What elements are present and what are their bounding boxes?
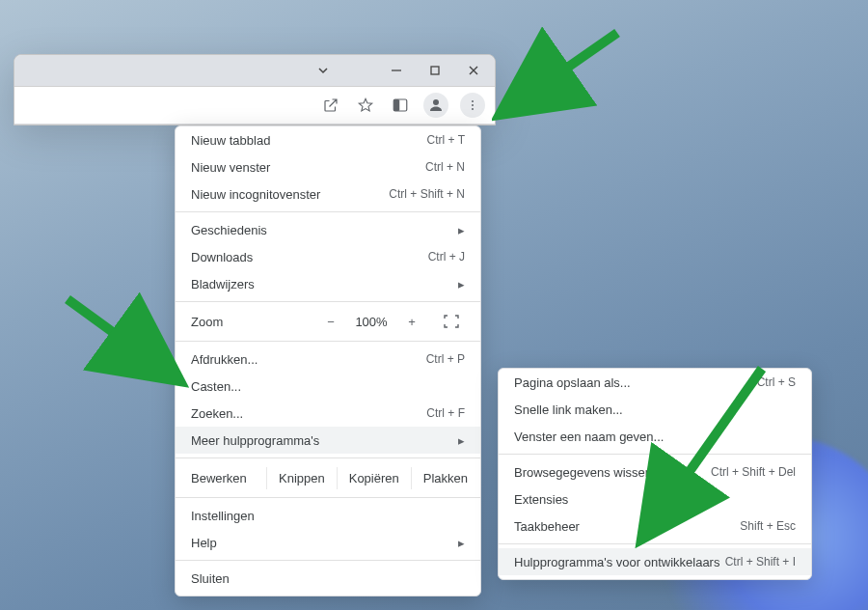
submenu-extensions[interactable]: Extensies bbox=[499, 485, 811, 513]
svg-point-7 bbox=[472, 108, 474, 110]
profile-avatar-icon[interactable] bbox=[423, 93, 448, 118]
submenu-arrow-icon: ▸ bbox=[458, 277, 465, 291]
more-tools-submenu: Pagina opslaan als... Ctrl + S Snelle li… bbox=[498, 368, 812, 580]
menu-label: Nieuw venster bbox=[191, 160, 270, 175]
menu-shortcut: Ctrl + Shift + N bbox=[389, 187, 465, 201]
menu-new-tab[interactable]: Nieuw tabblad Ctrl + T bbox=[176, 126, 480, 153]
submenu-arrow-icon: ▸ bbox=[458, 536, 465, 550]
menu-shortcut: Ctrl + P bbox=[426, 352, 465, 366]
menu-exit[interactable]: Sluiten bbox=[176, 565, 480, 592]
menu-label: Zoom bbox=[191, 315, 307, 329]
menu-shortcut: Ctrl + Shift + I bbox=[725, 555, 796, 568]
menu-label: Downloads bbox=[191, 250, 253, 264]
fullscreen-icon[interactable] bbox=[438, 312, 465, 331]
menu-separator bbox=[176, 301, 480, 302]
menu-separator bbox=[176, 211, 480, 212]
menu-label: Nieuw incognitovenster bbox=[191, 187, 320, 202]
submenu-save-page-as[interactable]: Pagina opslaan als... Ctrl + S bbox=[499, 369, 811, 396]
menu-label: Hulpprogramma's voor ontwikkelaars bbox=[514, 555, 719, 569]
menu-cast[interactable]: Casten... bbox=[176, 373, 480, 400]
menu-downloads[interactable]: Downloads Ctrl + J bbox=[176, 243, 480, 270]
side-panel-icon[interactable] bbox=[389, 94, 412, 117]
share-icon[interactable] bbox=[319, 94, 342, 117]
window-titlebar bbox=[14, 55, 495, 86]
menu-history[interactable]: Geschiedenis ▸ bbox=[176, 216, 480, 243]
edit-paste-button[interactable]: Plakken bbox=[411, 467, 479, 489]
submenu-developer-tools[interactable]: Hulpprogramma's voor ontwikkelaars Ctrl … bbox=[499, 548, 811, 575]
window-minimize-button[interactable] bbox=[377, 55, 416, 86]
menu-label: Venster een naam geven... bbox=[514, 430, 664, 444]
menu-label: Casten... bbox=[191, 379, 241, 394]
svg-point-4 bbox=[433, 99, 439, 105]
zoom-out-button[interactable]: − bbox=[324, 315, 338, 329]
tab-dropdown-chevron-icon[interactable] bbox=[304, 55, 342, 86]
svg-point-6 bbox=[472, 104, 474, 106]
submenu-clear-browsing-data[interactable]: Browsegegevens wissen Ctrl + Shift + Del bbox=[499, 458, 811, 485]
menu-label: Taakbeheer bbox=[514, 519, 580, 534]
menu-shortcut: Ctrl + Shift + Del bbox=[711, 465, 796, 479]
menu-label: Browsegegevens wissen bbox=[514, 465, 652, 480]
zoom-value: 100% bbox=[351, 315, 392, 329]
menu-separator bbox=[176, 341, 480, 342]
menu-settings[interactable]: Instellingen bbox=[176, 502, 480, 529]
menu-shortcut: Ctrl + J bbox=[428, 250, 465, 263]
menu-new-window[interactable]: Nieuw venster Ctrl + N bbox=[176, 153, 480, 180]
zoom-in-button[interactable]: + bbox=[405, 315, 419, 329]
menu-shortcut: Ctrl + S bbox=[757, 375, 796, 389]
menu-separator bbox=[176, 458, 480, 458]
menu-label: Extensies bbox=[514, 492, 568, 507]
menu-label: Bladwijzers bbox=[191, 277, 255, 291]
menu-label: Snelle link maken... bbox=[514, 402, 623, 417]
menu-label: Bewerken bbox=[191, 471, 266, 485]
menu-print[interactable]: Afdrukken... Ctrl + P bbox=[176, 346, 480, 373]
menu-shortcut: Ctrl + F bbox=[426, 406, 465, 420]
menu-zoom-row: Zoom − 100% + bbox=[176, 306, 480, 337]
menu-label: Geschiedenis bbox=[191, 223, 267, 237]
menu-label: Meer hulpprogramma's bbox=[191, 433, 319, 448]
bookmark-star-icon[interactable] bbox=[354, 94, 377, 117]
menu-label: Help bbox=[191, 536, 217, 550]
svg-rect-3 bbox=[393, 99, 399, 111]
menu-separator bbox=[499, 543, 811, 544]
svg-point-5 bbox=[472, 100, 474, 102]
submenu-arrow-icon: ▸ bbox=[458, 433, 465, 448]
edit-cut-button[interactable]: Knippen bbox=[266, 467, 337, 489]
menu-label: Sluiten bbox=[191, 571, 230, 586]
submenu-name-window[interactable]: Venster een naam geven... bbox=[499, 423, 811, 450]
menu-bookmarks[interactable]: Bladwijzers ▸ bbox=[176, 270, 480, 297]
browser-window bbox=[14, 54, 496, 125]
chrome-main-menu: Nieuw tabblad Ctrl + T Nieuw venster Ctr… bbox=[175, 125, 481, 596]
menu-separator bbox=[176, 497, 480, 498]
menu-label: Nieuw tabblad bbox=[191, 133, 270, 148]
svg-rect-1 bbox=[431, 67, 439, 74]
window-close-button[interactable] bbox=[454, 55, 493, 86]
submenu-arrow-icon: ▸ bbox=[458, 223, 465, 237]
menu-label: Zoeken... bbox=[191, 406, 243, 421]
menu-label: Pagina opslaan als... bbox=[514, 375, 631, 390]
window-maximize-button[interactable] bbox=[416, 55, 454, 86]
menu-more-tools[interactable]: Meer hulpprogramma's ▸ bbox=[176, 427, 480, 454]
menu-separator bbox=[499, 454, 811, 455]
menu-label: Afdrukken... bbox=[191, 352, 258, 367]
kebab-menu-button[interactable] bbox=[460, 93, 485, 118]
menu-help[interactable]: Help ▸ bbox=[176, 529, 480, 556]
menu-edit-row: Bewerken Knippen Kopiëren Plakken bbox=[176, 462, 480, 493]
submenu-task-manager[interactable]: Taakbeheer Shift + Esc bbox=[499, 513, 811, 540]
menu-label: Instellingen bbox=[191, 509, 255, 523]
menu-separator bbox=[176, 560, 480, 561]
menu-new-incognito[interactable]: Nieuw incognitovenster Ctrl + Shift + N bbox=[176, 180, 480, 208]
menu-shortcut: Ctrl + N bbox=[425, 160, 465, 174]
submenu-create-shortcut[interactable]: Snelle link maken... bbox=[499, 396, 811, 423]
edit-copy-button[interactable]: Kopiëren bbox=[337, 467, 411, 489]
menu-shortcut: Ctrl + T bbox=[427, 133, 465, 147]
menu-find[interactable]: Zoeken... Ctrl + F bbox=[176, 400, 480, 427]
browser-toolbar bbox=[14, 86, 495, 125]
menu-shortcut: Shift + Esc bbox=[740, 519, 796, 533]
